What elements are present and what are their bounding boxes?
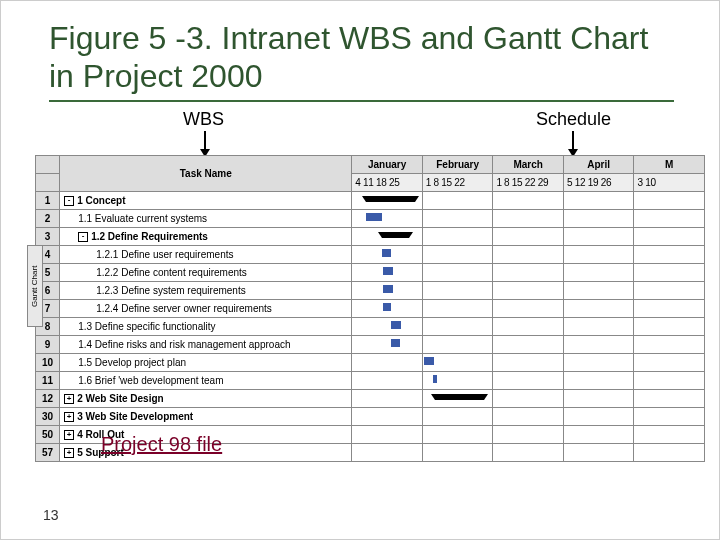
gantt-cell: [422, 408, 493, 426]
link-fragment[interactable]: Project 98 file: [101, 433, 222, 456]
task-id: 10: [36, 354, 60, 372]
task-bar[interactable]: [424, 357, 434, 365]
taskname-header: Task Name: [60, 156, 352, 192]
title-box: Figure 5 -3. Intranet WBS and Gantt Char…: [49, 19, 674, 102]
task-bar[interactable]: [383, 285, 393, 293]
collapse-icon[interactable]: -: [78, 232, 88, 242]
task-row[interactable]: 91.4 Define risks and risk management ap…: [36, 336, 705, 354]
gantt-cell: [634, 354, 705, 372]
month-dates: 5 12 19 26: [563, 174, 634, 192]
gantt-cell: [563, 210, 634, 228]
summary-bar[interactable]: [366, 196, 415, 202]
task-bar[interactable]: [391, 321, 401, 329]
task-bar[interactable]: [366, 213, 381, 221]
task-bar[interactable]: [391, 339, 399, 347]
gantt-cell: [634, 372, 705, 390]
expand-icon[interactable]: +: [64, 412, 74, 422]
task-row[interactable]: 61.2.3 Define system requirements: [36, 282, 705, 300]
task-row[interactable]: 81.3 Define specific functionality: [36, 318, 705, 336]
arrow-down-icon: [204, 131, 206, 151]
slide: Figure 5 -3. Intranet WBS and Gantt Char…: [0, 0, 720, 540]
task-row[interactable]: 21.1 Evaluate current systems: [36, 210, 705, 228]
task-name: 1.2.3 Define system requirements: [60, 282, 352, 300]
id-header: [36, 156, 60, 174]
gantt-cell: [493, 246, 564, 264]
gantt-cell: [634, 228, 705, 246]
gantt-chart: Gantt Chart Task Name January February M…: [35, 155, 705, 462]
gantt-cell: [563, 264, 634, 282]
expand-icon[interactable]: +: [64, 430, 74, 440]
task-name: -1.2 Define Requirements: [60, 228, 352, 246]
gantt-cell: [422, 390, 493, 408]
task-row[interactable]: 41.2.1 Define user requirements: [36, 246, 705, 264]
gantt-cell: [352, 264, 423, 282]
gantt-cell: [634, 264, 705, 282]
task-row[interactable]: 111.6 Brief 'web development team: [36, 372, 705, 390]
task-name: -1 Concept: [60, 192, 352, 210]
gantt-cell: [352, 336, 423, 354]
task-id: 9: [36, 336, 60, 354]
gantt-cell: [493, 228, 564, 246]
gantt-cell: [563, 336, 634, 354]
gantt-cell: [563, 228, 634, 246]
gantt-cell: [493, 354, 564, 372]
figure-title: Figure 5 -3. Intranet WBS and Gantt Char…: [49, 19, 674, 96]
gantt-cell: [422, 300, 493, 318]
gantt-cell: [352, 210, 423, 228]
task-name: 1.4 Define risks and risk management app…: [60, 336, 352, 354]
task-id: 3: [36, 228, 60, 246]
gantt-cell: [422, 192, 493, 210]
task-row[interactable]: 51.2.2 Define content requirements: [36, 264, 705, 282]
gantt-cell: [352, 192, 423, 210]
summary-bar[interactable]: [435, 394, 484, 400]
expand-icon[interactable]: +: [64, 394, 74, 404]
gantt-cell: [563, 192, 634, 210]
task-bar[interactable]: [383, 267, 393, 275]
gantt-cell: [634, 390, 705, 408]
task-bar[interactable]: [433, 375, 437, 383]
gantt-cell: [563, 246, 634, 264]
task-row[interactable]: 12+2 Web Site Design: [36, 390, 705, 408]
task-row[interactable]: 101.5 Develop project plan: [36, 354, 705, 372]
month-header: April: [563, 156, 634, 174]
task-id: 11: [36, 372, 60, 390]
month-header: M: [634, 156, 705, 174]
gantt-cell: [563, 300, 634, 318]
summary-bar[interactable]: [382, 232, 410, 238]
gantt-cell: [493, 318, 564, 336]
expand-icon[interactable]: +: [64, 448, 74, 458]
task-row[interactable]: 30+3 Web Site Development: [36, 408, 705, 426]
gantt-cell: [634, 192, 705, 210]
gantt-table: Task Name January February March April M…: [35, 155, 705, 462]
blank: [36, 174, 60, 192]
gantt-cell: [422, 426, 493, 444]
gantt-cell: [352, 228, 423, 246]
task-id: 50: [36, 426, 60, 444]
gantt-cell: [493, 300, 564, 318]
collapse-icon[interactable]: -: [64, 196, 74, 206]
task-id: 57: [36, 444, 60, 462]
gantt-cell: [493, 372, 564, 390]
gantt-cell: [352, 426, 423, 444]
task-name: 1.3 Define specific functionality: [60, 318, 352, 336]
header-row: Task Name January February March April M: [36, 156, 705, 174]
schedule-label: Schedule: [536, 109, 611, 130]
task-bar[interactable]: [382, 249, 392, 257]
gantt-cell: [352, 390, 423, 408]
gantt-cell: [634, 444, 705, 462]
gantt-cell: [634, 246, 705, 264]
task-row[interactable]: 1-1 Concept: [36, 192, 705, 210]
task-row[interactable]: 3-1.2 Define Requirements: [36, 228, 705, 246]
gantt-cell: [422, 372, 493, 390]
gantt-cell: [352, 372, 423, 390]
gantt-cell: [352, 246, 423, 264]
task-row[interactable]: 71.2.4 Define server owner requirements: [36, 300, 705, 318]
task-id: 1: [36, 192, 60, 210]
gantt-chart-tab[interactable]: Gantt Chart: [27, 245, 43, 327]
month-dates: 1 8 15 22 29: [493, 174, 564, 192]
gantt-cell: [422, 264, 493, 282]
task-name: 1.2.4 Define server owner requirements: [60, 300, 352, 318]
task-bar[interactable]: [383, 303, 391, 311]
gantt-cell: [563, 426, 634, 444]
gantt-cell: [634, 282, 705, 300]
